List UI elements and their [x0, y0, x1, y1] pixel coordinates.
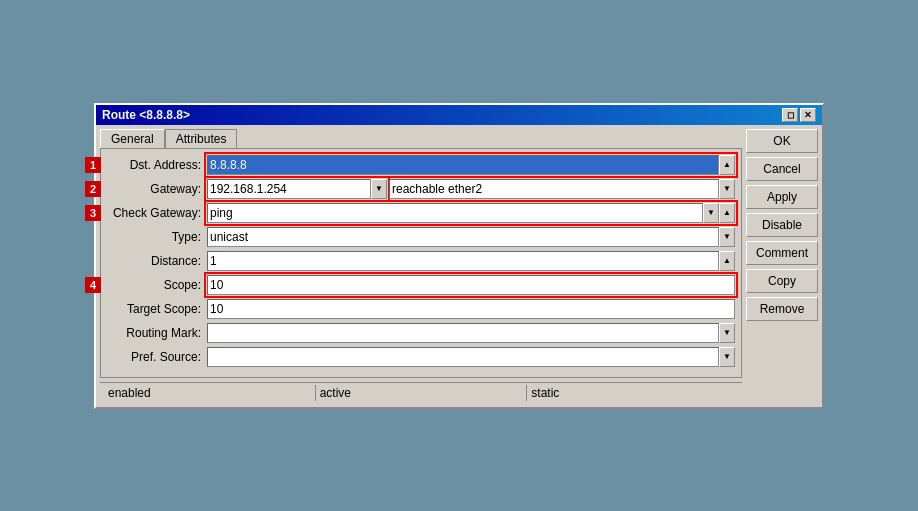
title-bar: Route <8.8.8.8> ◻ ✕ [96, 105, 822, 125]
gateway-second-dropdown-btn[interactable]: ▼ [719, 179, 735, 199]
target-scope-wrapper [207, 299, 735, 319]
check-gateway-scroll-up[interactable]: ▲ [719, 203, 735, 223]
distance-label: Distance: [107, 254, 207, 268]
check-gateway-input[interactable] [207, 203, 703, 223]
comment-button[interactable]: Comment [746, 241, 818, 265]
scope-input[interactable] [207, 275, 735, 295]
type-wrapper: ▼ [207, 227, 735, 247]
target-scope-input[interactable] [207, 299, 735, 319]
target-scope-label: Target Scope: [107, 302, 207, 316]
scope-wrapper [207, 275, 735, 295]
check-gateway-wrapper: ▼ ▲ [207, 203, 735, 223]
distance-wrapper: ▲ [207, 251, 735, 271]
route-dialog: Route <8.8.8.8> ◻ ✕ General Attributes [94, 103, 824, 409]
check-gateway-row: 3 Check Gateway: ▼ ▲ [107, 203, 735, 223]
routing-mark-dropdown-btn[interactable]: ▼ [719, 323, 735, 343]
gateway-second-input[interactable] [389, 179, 719, 199]
scope-label: Scope: [107, 278, 207, 292]
cancel-button[interactable]: Cancel [746, 157, 818, 181]
sidebar-buttons: OK Cancel Apply Disable Comment Copy Rem… [746, 129, 818, 403]
copy-button[interactable]: Copy [746, 269, 818, 293]
main-content: General Attributes 1 Dst. Address: ▲ [100, 129, 742, 403]
remove-button[interactable]: Remove [746, 297, 818, 321]
disable-button[interactable]: Disable [746, 213, 818, 237]
tabs: General Attributes [100, 129, 742, 148]
badge-4: 4 [85, 277, 101, 293]
distance-scroll-up[interactable]: ▲ [719, 251, 735, 271]
pref-source-dropdown-btn[interactable]: ▼ [719, 347, 735, 367]
type-label: Type: [107, 230, 207, 244]
type-row: Type: ▼ [107, 227, 735, 247]
dialog-body: General Attributes 1 Dst. Address: ▲ [96, 125, 822, 407]
tab-general[interactable]: General [100, 129, 165, 148]
dst-address-label: Dst. Address: [107, 158, 207, 172]
tab-attributes[interactable]: Attributes [165, 129, 238, 148]
dst-address-input[interactable] [207, 155, 719, 175]
check-gateway-label: Check Gateway: [107, 206, 207, 220]
scope-row: 4 Scope: [107, 275, 735, 295]
form-panel: 1 Dst. Address: ▲ 2 Gateway: ▼ [100, 148, 742, 378]
ok-button[interactable]: OK [746, 129, 818, 153]
pref-source-wrapper: ▼ [207, 347, 735, 367]
routing-mark-row: Routing Mark: ▼ [107, 323, 735, 343]
routing-mark-label: Routing Mark: [107, 326, 207, 340]
status-bar: enabled active static [100, 382, 742, 403]
pref-source-input[interactable] [207, 347, 719, 367]
status-active: active [316, 385, 528, 401]
status-static: static [527, 385, 738, 401]
type-input[interactable] [207, 227, 719, 247]
gateway-second-wrap: ▼ [389, 179, 735, 199]
apply-button[interactable]: Apply [746, 185, 818, 209]
dst-address-wrapper: ▲ [207, 155, 735, 175]
type-dropdown-btn[interactable]: ▼ [719, 227, 735, 247]
badge-1: 1 [85, 157, 101, 173]
badge-3: 3 [85, 205, 101, 221]
gateway-input[interactable] [207, 179, 371, 199]
check-gateway-dropdown-btn[interactable]: ▼ [703, 203, 719, 223]
dst-address-row: 1 Dst. Address: ▲ [107, 155, 735, 175]
badge-2: 2 [85, 181, 101, 197]
gateway-label: Gateway: [107, 182, 207, 196]
gateway-row: 2 Gateway: ▼ ▼ [107, 179, 735, 199]
dst-address-scroll-up[interactable]: ▲ [719, 155, 735, 175]
gateway-inputs: ▼ ▼ [207, 179, 735, 199]
status-enabled: enabled [104, 385, 316, 401]
dialog-title: Route <8.8.8.8> [102, 108, 190, 122]
distance-input[interactable] [207, 251, 719, 271]
pref-source-label: Pref. Source: [107, 350, 207, 364]
routing-mark-wrapper: ▼ [207, 323, 735, 343]
gateway-dropdown-btn[interactable]: ▼ [371, 179, 387, 199]
gateway-input-wrap: ▼ [207, 179, 387, 199]
distance-row: Distance: ▲ [107, 251, 735, 271]
title-bar-controls: ◻ ✕ [782, 108, 816, 122]
target-scope-row: Target Scope: [107, 299, 735, 319]
pref-source-row: Pref. Source: ▼ [107, 347, 735, 367]
routing-mark-input[interactable] [207, 323, 719, 343]
close-button[interactable]: ✕ [800, 108, 816, 122]
restore-button[interactable]: ◻ [782, 108, 798, 122]
